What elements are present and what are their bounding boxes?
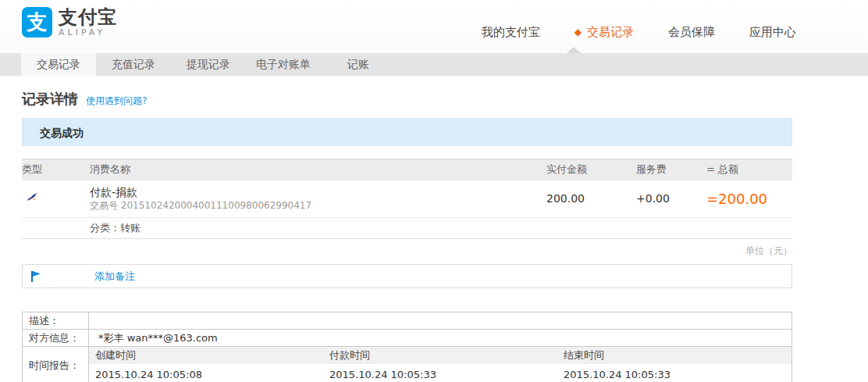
sub-nav-bar: 交易记录 充值记录 提现记录 电子对账单 记账 [0, 53, 868, 76]
time-col-paid: 付款时间 [323, 347, 557, 364]
time-col-created: 创建时间 [89, 347, 323, 364]
transaction-name: 付款-捐款 [90, 186, 546, 199]
help-link[interactable]: 使用遇到问题? [86, 95, 147, 108]
col-header-paid: 实付金额 [546, 159, 636, 180]
tab-transaction-records[interactable]: 交易记录 [21, 53, 96, 76]
tab-recharge-records[interactable]: 充值记录 [96, 53, 171, 76]
table-row: 付款-捐款 交易号 201510242000400111009800629904… [22, 180, 792, 218]
detail-table: 描述： 对方信息： *彩丰 wan***@163.com 时间报告： 创建时间 … [22, 312, 792, 382]
add-memo-link[interactable]: 添加备注 [94, 270, 135, 284]
col-header-type: 类型 [22, 159, 90, 180]
nav-item-app-center[interactable]: 应用中心 [749, 25, 796, 40]
top-header: 支 支付宝 ALIPAY 我的支付宝 ◆交易记录 会员保障 应用中心 [0, 0, 868, 53]
col-header-total: = 总额 [706, 159, 792, 180]
status-banner: 交易成功 [22, 118, 792, 146]
table-row: 时间报告： 创建时间 付款时间 结束时间 2015.10.24 10:05:08… [23, 347, 792, 382]
time-finished-value: 2015.10.24 10:05:33 [557, 364, 792, 382]
memo-box: 添加备注 [22, 264, 792, 288]
top-nav: 我的支付宝 ◆交易记录 会员保障 应用中心 [482, 25, 796, 40]
time-report-values: 2015.10.24 10:05:08 2015.10.24 10:05:33 … [89, 364, 792, 382]
diamond-icon: ◆ [575, 27, 582, 37]
detail-value-description [89, 312, 792, 330]
brand-name-en: ALIPAY [59, 27, 117, 37]
table-row: 描述： [23, 312, 792, 330]
time-col-finished: 结束时间 [557, 347, 792, 364]
alipay-logo[interactable]: 支 支付宝 ALIPAY [22, 7, 117, 37]
time-paid-value: 2015.10.24 10:05:33 [323, 364, 557, 382]
detail-value-counterparty: *彩丰 wan***@163.com [89, 330, 792, 347]
page-title: 记录详情 [22, 90, 78, 109]
detail-label-counterparty: 对方信息： [23, 330, 89, 347]
service-fee: +0.00 [636, 180, 706, 218]
main-content: 记录详情 使用遇到问题? 交易成功 类型 消费名称 实付金额 服务费 = 总额 [0, 90, 814, 382]
alipay-logo-icon: 支 [22, 7, 52, 37]
tab-bookkeeping[interactable]: 记账 [321, 53, 396, 76]
transaction-table-header: 类型 消费名称 实付金额 服务费 = 总额 [22, 159, 792, 180]
paid-amount: 200.00 [546, 180, 636, 218]
nav-item-my-alipay[interactable]: 我的支付宝 [482, 25, 540, 40]
trade-no-value: 20151024200040011100980062990417 [121, 200, 311, 211]
trade-no-label: 交易号 [90, 200, 118, 211]
active-nav-pointer [567, 47, 581, 53]
unit-note: 单位（元） [22, 245, 792, 258]
time-report-table: 创建时间 付款时间 结束时间 2015.10.24 10:05:08 2015.… [89, 347, 792, 382]
time-report-header: 创建时间 付款时间 结束时间 [89, 347, 792, 364]
tab-e-statement[interactable]: 电子对账单 [246, 53, 321, 76]
nav-item-transactions[interactable]: ◆交易记录 [575, 25, 634, 40]
detail-label-description: 描述： [23, 312, 89, 330]
col-header-fee: 服务费 [636, 159, 706, 180]
detail-label-time-report: 时间报告： [23, 347, 89, 382]
transaction-table: 类型 消费名称 实付金额 服务费 = 总额 [22, 159, 792, 239]
category-value: 分类：转账 [90, 218, 792, 239]
total-amount: =200.00 [706, 180, 792, 218]
col-header-name: 消费名称 [90, 159, 546, 180]
nav-item-member-protection[interactable]: 会员保障 [668, 25, 715, 40]
category-row: 分类：转账 [22, 218, 792, 239]
transfer-icon [26, 191, 39, 207]
time-created-value: 2015.10.24 10:05:08 [89, 364, 323, 382]
brand-name-cn: 支付宝 [59, 7, 117, 27]
nav-item-transactions-label: 交易记录 [587, 25, 634, 39]
tab-withdraw-records[interactable]: 提现记录 [171, 53, 246, 76]
table-row: 对方信息： *彩丰 wan***@163.com [23, 330, 792, 347]
flag-icon [29, 270, 43, 284]
